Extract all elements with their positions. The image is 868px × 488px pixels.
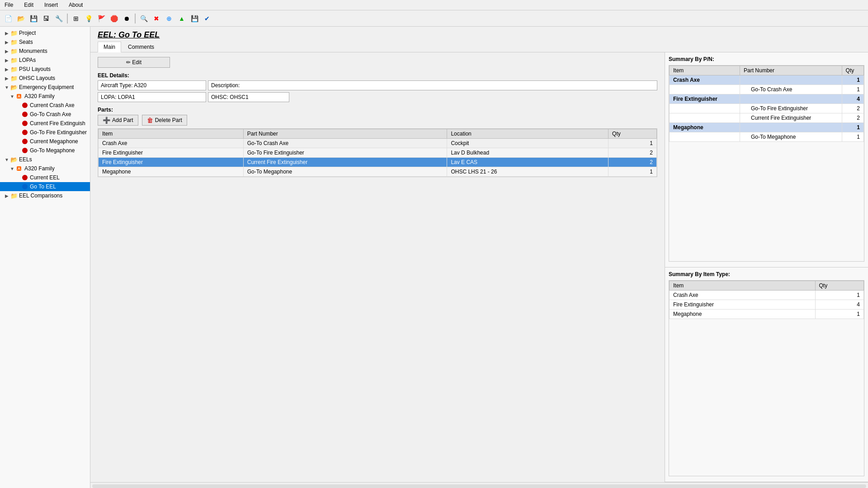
type-col-item: Item xyxy=(670,281,816,290)
close-red-btn[interactable]: ✖ xyxy=(151,13,162,24)
red-dot-curr-mega xyxy=(21,138,29,145)
sidebar-item-goto-eel[interactable]: Go To EEL xyxy=(0,182,90,191)
sidebar-item-psu[interactable]: ▶ 📁 PSU Layouts xyxy=(0,65,90,74)
pn-group-pn-2 xyxy=(740,123,842,132)
label-eels: EELs xyxy=(19,156,32,163)
type-col-qty: Qty xyxy=(815,281,863,290)
sidebar-item-goto-fire[interactable]: Go-To Fire Extinguisher xyxy=(0,128,90,137)
menu-about[interactable]: About xyxy=(66,1,85,9)
label-lopas: LOPAs xyxy=(19,57,36,63)
bulb-btn[interactable]: 💡 xyxy=(83,13,94,24)
sidebar-item-seats[interactable]: ▶ 📁 Seats xyxy=(0,38,90,47)
edit-button[interactable]: ✏ Edit xyxy=(98,57,170,68)
flag-btn[interactable]: 🚩 xyxy=(96,13,107,24)
pn-group-0: Crash Axe 1 xyxy=(670,75,864,85)
folder-icon-emergency: 📂 xyxy=(10,84,18,91)
label-psu: PSU Layouts xyxy=(19,66,51,72)
search-btn[interactable]: 🔍 xyxy=(138,13,149,24)
right-panels: Summary By P/N: Item Part Number Qty xyxy=(665,52,868,482)
folder-icon-seats: 📁 xyxy=(10,38,18,46)
pn-group-qty-2: 1 xyxy=(842,123,863,132)
sidebar-item-current-fire[interactable]: Current Fire Extinguish xyxy=(0,119,90,128)
parts-row-3[interactable]: Megaphone Go-To Megaphone OHSC LHS 21 - … xyxy=(99,167,657,177)
parts-cell-qty-0: 1 xyxy=(609,139,657,148)
lopa-field: LOPA: LOPA1 xyxy=(98,92,206,102)
label-emergency: Emergency Equipment xyxy=(19,84,74,90)
pn-group-label-1: Fire Extinguisher xyxy=(670,94,740,104)
arrow-circle-btn[interactable]: ⊕ xyxy=(164,13,175,24)
sidebar-item-monuments[interactable]: ▶ 📁 Monuments xyxy=(0,47,90,56)
sidebar-item-emergency[interactable]: ▼ 📂 Emergency Equipment xyxy=(0,83,90,92)
pn-child-1-1: Current Fire Extinguisher 2 xyxy=(670,113,864,123)
sidebar-item-current-mega[interactable]: Current Megaphone xyxy=(0,137,90,146)
description-field[interactable]: Description: xyxy=(208,80,657,90)
type-row-2: Megaphone 1 xyxy=(670,309,864,319)
sidebar-item-ohsc[interactable]: ▶ 📁 OHSC Layouts xyxy=(0,74,90,83)
pn-col-qty: Qty xyxy=(842,66,863,75)
blue-dot-goto-eel xyxy=(21,183,29,190)
type-cell-item-1: Fire Extinguisher xyxy=(670,300,816,309)
sidebar-item-a320-eels[interactable]: ▼ A A320 Family xyxy=(0,164,90,173)
sidebar-item-a320-emerg[interactable]: ▼ A A320 Family xyxy=(0,92,90,101)
pn-group-1: Fire Extinguisher 4 xyxy=(670,94,864,104)
rec-btn[interactable]: ⏺ xyxy=(121,13,132,24)
description-label: Description: xyxy=(211,82,240,89)
check-btn[interactable]: ✔ xyxy=(202,13,212,24)
grid-btn[interactable]: ⊞ xyxy=(71,13,81,24)
tools-btn[interactable]: 🔧 xyxy=(53,13,64,24)
label-a320-emerg: A320 Family xyxy=(24,93,55,99)
type-row-0: Crash Axe 1 xyxy=(670,290,864,300)
save2-btn[interactable]: 💾 xyxy=(189,13,200,24)
pn-child-qty-1-0: 2 xyxy=(842,104,863,113)
type-cell-item-2: Megaphone xyxy=(670,309,816,319)
menu-file[interactable]: File xyxy=(2,1,16,9)
summary-type-panel: Summary By Item Type: Item Qty Crash Axe xyxy=(665,267,868,483)
pn-child-pn-0-0: Go-To Crash Axe xyxy=(740,85,842,94)
label-seats: Seats xyxy=(19,39,33,45)
saveas-btn[interactable]: 🖫 xyxy=(41,13,52,24)
type-row-1: Fire Extinguisher 4 xyxy=(670,300,864,309)
sidebar-item-current-eel[interactable]: Current EEL xyxy=(0,173,90,182)
label-current-eel: Current EEL xyxy=(30,174,60,181)
label-monuments: Monuments xyxy=(19,48,47,54)
stop-btn[interactable]: 🛑 xyxy=(108,13,119,24)
aircraft-type-field: Aircraft Type: A320 xyxy=(98,80,206,90)
pn-child-item-2-0 xyxy=(670,132,740,142)
menu-edit[interactable]: Edit xyxy=(21,1,36,9)
label-eel-comp: EEL Comparisons xyxy=(19,192,62,199)
parts-cell-qty-3: 1 xyxy=(609,167,657,177)
menu-insert[interactable]: Insert xyxy=(42,1,61,9)
parts-toolbar: ➕ Add Part 🗑 Delete Part xyxy=(98,115,657,126)
toolbar: 📄 📂 💾 🖫 🔧 ⊞ 💡 🚩 🛑 ⏺ 🔍 ✖ ⊕ ▲ 💾 ✔ xyxy=(0,10,868,27)
tab-main[interactable]: Main xyxy=(98,42,121,52)
sidebar-item-goto-crash-axe[interactable]: Go-To Crash Axe xyxy=(0,110,90,119)
pn-child-qty-0-0: 1 xyxy=(842,85,863,94)
sidebar-item-lopas[interactable]: ▶ 📁 LOPAs xyxy=(0,56,90,65)
parts-row-0[interactable]: Crash Axe Go-To Crash Axe Cockpit 1 xyxy=(99,139,657,148)
toggle-lopas: ▶ xyxy=(4,58,10,63)
label-goto-mega: Go-To Megaphone xyxy=(30,147,75,154)
sidebar-item-eels[interactable]: ▼ 📂 EELs xyxy=(0,155,90,164)
add-part-button[interactable]: ➕ Add Part xyxy=(98,115,138,126)
parts-row-1[interactable]: Fire Extinguisher Go-To Fire Extinguishe… xyxy=(99,148,657,158)
sidebar-item-goto-mega[interactable]: Go-To Megaphone xyxy=(0,146,90,155)
sidebar-item-eel-comp[interactable]: ▶ 📁 EEL Comparisons xyxy=(0,191,90,200)
tab-comments[interactable]: Comments xyxy=(122,42,160,52)
open-btn[interactable]: 📂 xyxy=(15,13,26,24)
parts-cell-qty-2: 2 xyxy=(609,158,657,167)
folder-icon-eels: 📂 xyxy=(10,156,18,163)
parts-cell-partnum-3: Go-To Megaphone xyxy=(243,167,447,177)
parts-cell-location-0: Cockpit xyxy=(447,139,609,148)
parts-row-2[interactable]: Fire Extinguisher Current Fire Extinguis… xyxy=(99,158,657,167)
sidebar-item-current-crash-axe[interactable]: Current Crash Axe xyxy=(0,101,90,110)
h-scrollbar[interactable] xyxy=(90,482,868,488)
folder-icon-project: 📁 xyxy=(10,29,18,37)
folder-icon-ohsc: 📁 xyxy=(10,75,18,82)
new-btn[interactable]: 📄 xyxy=(3,13,14,24)
delete-part-button[interactable]: 🗑 Delete Part xyxy=(142,115,187,126)
arrow-up-btn[interactable]: ▲ xyxy=(176,13,187,24)
pn-col-partnum: Part Number xyxy=(740,66,842,75)
sidebar-item-project[interactable]: ▶ 📁 Project xyxy=(0,28,90,38)
pn-group-pn-1 xyxy=(740,94,842,104)
save-btn[interactable]: 💾 xyxy=(28,13,39,24)
